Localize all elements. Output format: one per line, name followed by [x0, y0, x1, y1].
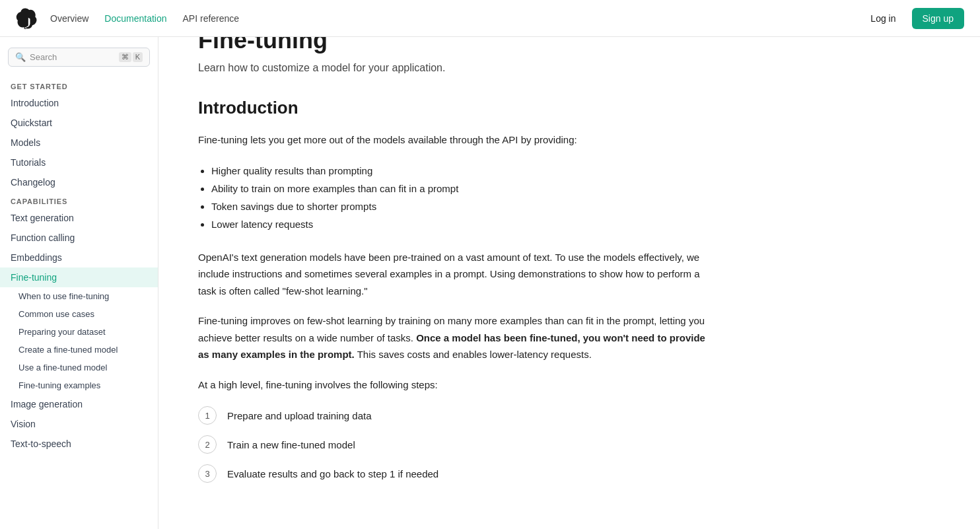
sidebar-item-text-to-speech[interactable]: Text-to-speech	[0, 434, 158, 454]
sidebar-subitem-preparing-dataset[interactable]: Preparing your dataset	[0, 323, 158, 341]
nav-actions: Log in Sign up	[862, 8, 964, 29]
sidebar-subitem-use-model[interactable]: Use a fine-tuned model	[0, 359, 158, 376]
steps-list: 1 Prepare and upload training data 2 Tra…	[198, 406, 713, 492]
feature-list: Higher quality results than prompting Ab…	[211, 162, 713, 233]
sidebar-item-tutorials[interactable]: Tutorials	[0, 153, 158, 172]
bullet-2: Ability to train on more examples than c…	[211, 180, 713, 197]
sidebar-subitem-when-to-use[interactable]: When to use fine-tuning	[0, 287, 158, 305]
nav-overview[interactable]: Overview	[50, 13, 88, 24]
sidebar-section-get-started: GET STARTED Introduction Quickstart Mode…	[0, 77, 158, 192]
sidebar-item-image-generation[interactable]: Image generation	[0, 394, 158, 414]
intro-paragraph: Fine-tuning lets you get more out of the…	[198, 131, 713, 149]
intro-heading: Introduction	[198, 98, 713, 118]
signup-button[interactable]: Sign up	[912, 8, 964, 29]
sidebar-item-embeddings[interactable]: Embeddings	[0, 248, 158, 267]
step-number-2: 2	[198, 435, 217, 454]
step-2: 2 Train a new fine-tuned model	[198, 435, 713, 454]
step-number-3: 3	[198, 464, 217, 483]
para2: OpenAI's text generation models have bee…	[198, 249, 713, 300]
nav-api-reference[interactable]: API reference	[183, 13, 240, 24]
bullet-4: Lower latency requests	[211, 215, 713, 233]
search-box[interactable]: 🔍 Search ⌘ K	[8, 48, 150, 67]
step-1: 1 Prepare and upload training data	[198, 406, 713, 425]
sidebar-subitem-examples[interactable]: Fine-tuning examples	[0, 376, 158, 394]
search-keyboard-shortcut: ⌘ K	[119, 52, 143, 62]
sidebar-section-capabilities: CAPABILITIES Text generation Function ca…	[0, 192, 158, 454]
page-subtitle: Learn how to customize a model for your …	[198, 62, 713, 74]
sidebar: 🔍 Search ⌘ K GET STARTED Introduction Qu…	[0, 37, 158, 492]
logo[interactable]	[16, 8, 37, 29]
section-label-capabilities: CAPABILITIES	[0, 192, 158, 208]
step-number-1: 1	[198, 406, 217, 425]
main-content: Fine-tuning Learn how to customize a mod…	[158, 0, 753, 492]
sidebar-subitem-common-use-cases[interactable]: Common use cases	[0, 305, 158, 323]
sidebar-item-introduction[interactable]: Introduction	[0, 93, 158, 113]
kbd-k: K	[133, 52, 143, 62]
bullet-3: Token savings due to shorter prompts	[211, 197, 713, 215]
top-navigation: Overview Documentation API reference Log…	[0, 0, 980, 37]
para3-after-bold: This saves costs and enables lower-laten…	[355, 349, 592, 360]
sidebar-item-vision[interactable]: Vision	[0, 414, 158, 434]
sidebar-item-quickstart[interactable]: Quickstart	[0, 113, 158, 133]
bullet-1: Higher quality results than prompting	[211, 162, 713, 180]
sidebar-subitem-create-model[interactable]: Create a fine-tuned model	[0, 341, 158, 359]
sidebar-item-models[interactable]: Models	[0, 133, 158, 153]
step-label-2: Train a new fine-tuned model	[227, 439, 355, 450]
para3: Fine-tuning improves on few-shot learnin…	[198, 312, 713, 363]
nav-documentation[interactable]: Documentation	[104, 13, 166, 24]
step-3: 3 Evaluate results and go back to step 1…	[198, 464, 713, 483]
section-label-get-started: GET STARTED	[0, 77, 158, 93]
nav-links: Overview Documentation API reference	[50, 13, 862, 24]
login-button[interactable]: Log in	[862, 9, 903, 28]
sidebar-item-changelog[interactable]: Changelog	[0, 172, 158, 192]
sidebar-item-text-generation[interactable]: Text generation	[0, 208, 158, 228]
search-placeholder: Search	[30, 52, 115, 62]
sidebar-item-function-calling[interactable]: Function calling	[0, 228, 158, 248]
kbd-cmd: ⌘	[119, 52, 131, 62]
step-label-3: Evaluate results and go back to step 1 i…	[227, 468, 438, 479]
search-icon: 🔍	[15, 52, 26, 62]
step-label-1: Prepare and upload training data	[227, 410, 372, 421]
sidebar-item-fine-tuning[interactable]: Fine-tuning	[0, 267, 158, 287]
steps-intro: At a high level, fine-tuning involves th…	[198, 376, 713, 394]
